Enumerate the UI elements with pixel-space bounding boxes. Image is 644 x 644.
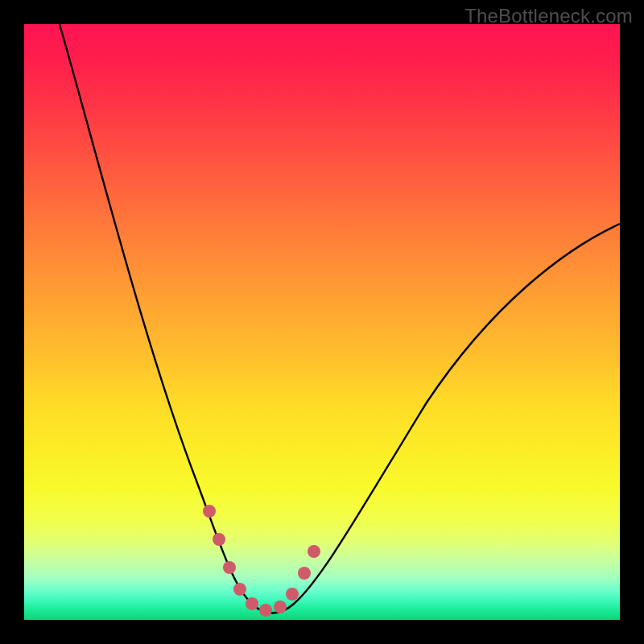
svg-point-3 bbox=[233, 583, 246, 596]
highlight-markers bbox=[203, 505, 320, 617]
bottleneck-curve bbox=[60, 24, 620, 613]
svg-point-8 bbox=[298, 567, 311, 580]
svg-point-1 bbox=[213, 533, 225, 546]
curve-layer bbox=[24, 24, 620, 620]
svg-point-0 bbox=[203, 505, 216, 518]
svg-point-5 bbox=[259, 604, 272, 617]
svg-point-4 bbox=[246, 597, 258, 610]
chart-frame: TheBottleneck.com bbox=[0, 0, 644, 644]
svg-point-6 bbox=[274, 601, 287, 613]
svg-point-2 bbox=[223, 561, 236, 574]
plot-area bbox=[24, 24, 620, 620]
svg-point-9 bbox=[308, 545, 320, 558]
svg-point-7 bbox=[286, 588, 299, 601]
watermark-text: TheBottleneck.com bbox=[464, 5, 633, 27]
